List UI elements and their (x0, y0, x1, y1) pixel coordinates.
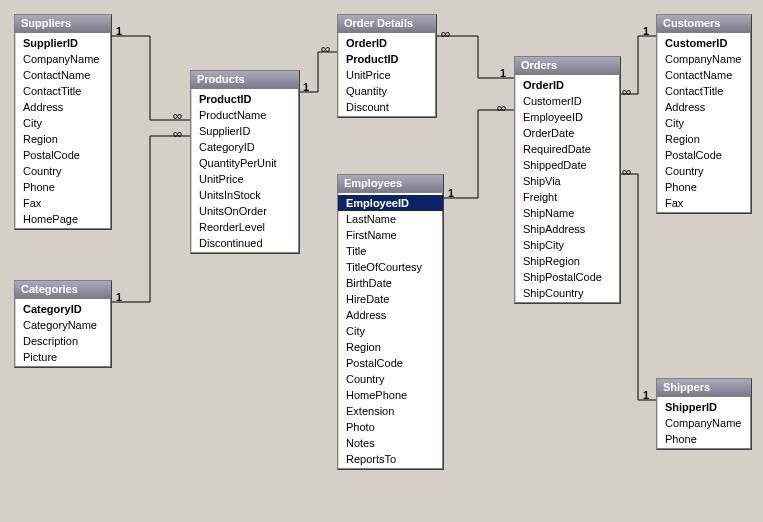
field-item[interactable]: SupplierID (191, 123, 299, 139)
field-item[interactable]: EmployeeID (338, 195, 443, 211)
table-orderdetails[interactable]: Order DetailsOrderIDProductIDUnitPriceQu… (337, 14, 437, 118)
table-title[interactable]: Customers (657, 15, 751, 33)
field-item[interactable]: Address (15, 99, 111, 115)
table-title[interactable]: Products (191, 71, 299, 89)
table-title[interactable]: Categories (15, 281, 111, 299)
field-item[interactable]: Address (338, 307, 443, 323)
table-title[interactable]: Order Details (338, 15, 436, 33)
field-item[interactable]: QuantityPerUnit (191, 155, 299, 171)
field-item[interactable]: Region (657, 131, 751, 147)
field-item[interactable]: ShippedDate (515, 157, 620, 173)
field-item[interactable]: HireDate (338, 291, 443, 307)
relationship-line[interactable] (444, 110, 514, 198)
field-item[interactable]: ProductID (191, 91, 299, 107)
field-item[interactable]: CategoryName (15, 317, 111, 333)
field-list: ShipperIDCompanyNamePhone (657, 397, 751, 449)
field-item[interactable]: RequiredDate (515, 141, 620, 157)
field-item[interactable]: ShipCity (515, 237, 620, 253)
relationship-line[interactable] (621, 36, 656, 94)
field-item[interactable]: Country (657, 163, 751, 179)
field-item[interactable]: Discount (338, 99, 436, 115)
field-item[interactable]: ContactTitle (657, 83, 751, 99)
table-shippers[interactable]: ShippersShipperIDCompanyNamePhone (656, 378, 752, 450)
table-categories[interactable]: CategoriesCategoryIDCategoryNameDescript… (14, 280, 112, 368)
table-title[interactable]: Orders (515, 57, 620, 75)
field-item[interactable]: SupplierID (15, 35, 111, 51)
field-item[interactable]: CategoryID (15, 301, 111, 317)
field-item[interactable]: Notes (338, 435, 443, 451)
field-item[interactable]: CompanyName (15, 51, 111, 67)
field-item[interactable]: CompanyName (657, 415, 751, 431)
field-item[interactable]: Title (338, 243, 443, 259)
field-item[interactable]: ReorderLevel (191, 219, 299, 235)
field-item[interactable]: ContactName (15, 67, 111, 83)
field-item[interactable]: Discontinued (191, 235, 299, 251)
field-item[interactable]: Fax (15, 195, 111, 211)
table-title[interactable]: Suppliers (15, 15, 111, 33)
field-item[interactable]: ShipRegion (515, 253, 620, 269)
field-item[interactable]: ProductName (191, 107, 299, 123)
field-item[interactable]: Phone (657, 431, 751, 447)
field-item[interactable]: CustomerID (515, 93, 620, 109)
field-item[interactable]: ContactTitle (15, 83, 111, 99)
relationship-line[interactable] (112, 136, 190, 302)
relationship-line[interactable] (112, 36, 190, 120)
field-item[interactable]: PostalCode (338, 355, 443, 371)
table-suppliers[interactable]: SuppliersSupplierIDCompanyNameContactNam… (14, 14, 112, 230)
relationship-line[interactable] (437, 36, 514, 78)
field-item[interactable]: City (338, 323, 443, 339)
field-item[interactable]: ContactName (657, 67, 751, 83)
field-item[interactable]: UnitPrice (191, 171, 299, 187)
field-item[interactable]: Extension (338, 403, 443, 419)
relationship-line[interactable] (300, 52, 337, 92)
field-item[interactable]: UnitsInStock (191, 187, 299, 203)
field-item[interactable]: Country (15, 163, 111, 179)
field-item[interactable]: ShipperID (657, 399, 751, 415)
field-item[interactable]: Quantity (338, 83, 436, 99)
field-item[interactable]: ReportsTo (338, 451, 443, 467)
table-title[interactable]: Employees (338, 175, 443, 193)
field-item[interactable]: BirthDate (338, 275, 443, 291)
field-item[interactable]: ShipPostalCode (515, 269, 620, 285)
field-item[interactable]: ShipCountry (515, 285, 620, 301)
field-item[interactable]: Photo (338, 419, 443, 435)
field-item[interactable]: OrderID (338, 35, 436, 51)
field-item[interactable]: PostalCode (15, 147, 111, 163)
field-item[interactable]: ShipVia (515, 173, 620, 189)
table-orders[interactable]: OrdersOrderIDCustomerIDEmployeeIDOrderDa… (514, 56, 621, 304)
field-item[interactable]: UnitsOnOrder (191, 203, 299, 219)
table-employees[interactable]: EmployeesEmployeeIDLastNameFirstNameTitl… (337, 174, 444, 470)
field-item[interactable]: TitleOfCourtesy (338, 259, 443, 275)
field-item[interactable]: EmployeeID (515, 109, 620, 125)
field-item[interactable]: Country (338, 371, 443, 387)
field-item[interactable]: Address (657, 99, 751, 115)
field-item[interactable]: ProductID (338, 51, 436, 67)
field-item[interactable]: City (15, 115, 111, 131)
field-item[interactable]: Phone (15, 179, 111, 195)
field-item[interactable]: ShipName (515, 205, 620, 221)
table-products[interactable]: ProductsProductIDProductNameSupplierIDCa… (190, 70, 300, 254)
field-item[interactable]: OrderID (515, 77, 620, 93)
field-item[interactable]: Picture (15, 349, 111, 365)
relationship-line[interactable] (621, 174, 656, 400)
field-item[interactable]: Description (15, 333, 111, 349)
field-item[interactable]: UnitPrice (338, 67, 436, 83)
table-customers[interactable]: CustomersCustomerIDCompanyNameContactNam… (656, 14, 752, 214)
field-item[interactable]: PostalCode (657, 147, 751, 163)
field-item[interactable]: FirstName (338, 227, 443, 243)
field-item[interactable]: ShipAddress (515, 221, 620, 237)
field-item[interactable]: CustomerID (657, 35, 751, 51)
field-item[interactable]: Region (338, 339, 443, 355)
field-item[interactable]: CategoryID (191, 139, 299, 155)
field-item[interactable]: Phone (657, 179, 751, 195)
field-item[interactable]: Region (15, 131, 111, 147)
field-item[interactable]: CompanyName (657, 51, 751, 67)
field-item[interactable]: City (657, 115, 751, 131)
field-item[interactable]: Fax (657, 195, 751, 211)
field-item[interactable]: HomePhone (338, 387, 443, 403)
table-title[interactable]: Shippers (657, 379, 751, 397)
field-item[interactable]: LastName (338, 211, 443, 227)
field-item[interactable]: Freight (515, 189, 620, 205)
field-item[interactable]: OrderDate (515, 125, 620, 141)
field-item[interactable]: HomePage (15, 211, 111, 227)
